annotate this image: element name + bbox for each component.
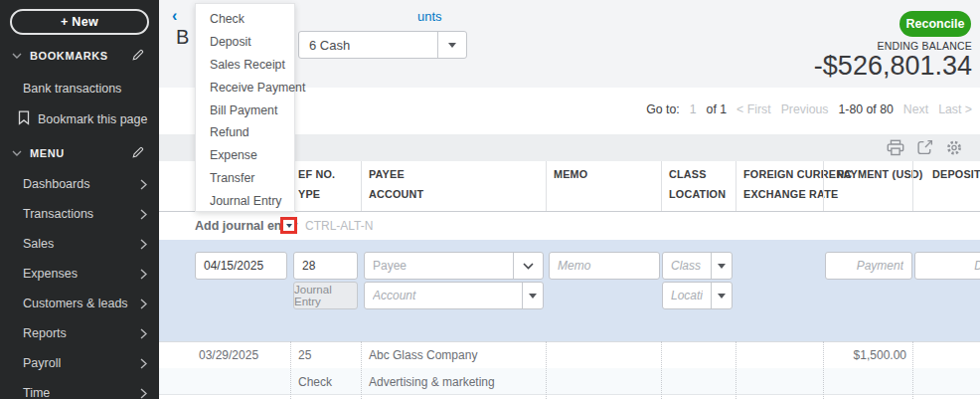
sidebar-item-dashboards[interactable]: Dashboards xyxy=(0,169,159,199)
payee-field xyxy=(364,252,544,280)
table-row xyxy=(159,394,980,399)
sidebar-item-bookmark-this-page[interactable]: Bookmark this page xyxy=(38,112,147,126)
payee-input[interactable] xyxy=(365,253,513,279)
account-dropdown-button[interactable] xyxy=(522,283,543,308)
export-icon[interactable] xyxy=(916,139,934,156)
next-page-link[interactable]: Next xyxy=(903,102,928,116)
column-divider xyxy=(912,161,913,211)
column-divider xyxy=(661,161,662,211)
account-select[interactable]: 6 Cash xyxy=(298,31,467,59)
sidebar-item-label: Reports xyxy=(23,326,67,340)
date-field xyxy=(195,252,287,280)
menu-item-expense[interactable]: Expense xyxy=(196,144,294,167)
payment-field xyxy=(825,252,912,280)
sidebar-item-sales[interactable]: Sales xyxy=(0,229,159,259)
ending-balance-value: -$526,801.34 xyxy=(814,51,972,82)
page-of-label: of 1 xyxy=(707,102,728,116)
col-header-payee[interactable]: PAYEE xyxy=(369,168,405,180)
col-header-location[interactable]: LOCATION xyxy=(669,188,726,200)
reconcile-button[interactable]: Reconcile xyxy=(899,11,971,37)
first-page-link[interactable]: < First xyxy=(736,102,771,116)
class-field xyxy=(662,252,733,280)
triangle-down-icon xyxy=(718,294,726,299)
chevron-right-icon xyxy=(140,388,147,399)
col-header-deposit[interactable]: DEPOSIT xyxy=(932,168,980,180)
chevron-right-icon xyxy=(140,269,147,280)
payee-dropdown-button[interactable] xyxy=(513,253,543,279)
sidebar-item-payroll[interactable]: Payroll xyxy=(0,348,159,378)
sidebar-item-label: Dashboards xyxy=(23,177,89,191)
deposit-input[interactable] xyxy=(915,253,980,279)
column-divider xyxy=(912,341,913,399)
page-title: B xyxy=(176,26,189,49)
menu-section-header[interactable]: MENU xyxy=(0,143,159,163)
col-header-payment[interactable]: PAYMENT (USD) xyxy=(837,168,923,180)
sidebar-item-label: Time xyxy=(23,386,50,399)
menu-item-sales-receipt[interactable]: Sales Receipt xyxy=(196,54,294,77)
triangle-down-icon xyxy=(529,294,537,299)
chevron-right-icon xyxy=(140,328,147,339)
add-entry-row: Add journal entry CTRL-ALT-N xyxy=(159,212,980,240)
chevron-right-icon xyxy=(140,299,147,309)
menu-item-journal-entry[interactable]: Journal Entry xyxy=(196,189,294,212)
sidebar-item-reports[interactable]: Reports xyxy=(0,318,159,348)
back-chevron-icon[interactable]: ‹ xyxy=(172,7,177,25)
edit-pencil-icon[interactable] xyxy=(131,48,145,62)
date-input[interactable] xyxy=(196,253,286,279)
edit-pencil-icon[interactable] xyxy=(131,145,145,159)
new-entry-band: Journal Entry xyxy=(159,240,980,341)
account-select-value: 6 Cash xyxy=(299,38,437,53)
chevron-right-icon xyxy=(140,239,147,250)
col-header-exchange-rate[interactable]: EXCHANGE RATE xyxy=(743,188,838,200)
add-entry-type-dropdown-button[interactable] xyxy=(280,217,297,234)
column-divider xyxy=(290,341,291,399)
refno-input[interactable] xyxy=(294,253,357,279)
triangle-down-icon xyxy=(448,43,456,48)
row-account: Advertising & marketing xyxy=(369,375,495,389)
col-header-type[interactable]: YPE xyxy=(298,188,320,200)
last-page-link[interactable]: Last > xyxy=(938,102,972,116)
menu-item-receive-payment[interactable]: Receive Payment xyxy=(196,76,294,99)
location-input[interactable] xyxy=(663,283,711,308)
page-number[interactable]: 1 xyxy=(690,102,697,116)
sidebar-item-time[interactable]: Time xyxy=(0,378,159,399)
gear-icon[interactable] xyxy=(945,139,963,156)
menu-item-refund[interactable]: Refund xyxy=(196,121,294,144)
bookmark-icon xyxy=(18,110,30,125)
location-dropdown-button[interactable] xyxy=(711,283,732,308)
col-header-account[interactable]: ACCOUNT xyxy=(369,188,423,200)
memo-field xyxy=(549,252,660,280)
previous-page-link[interactable]: Previous xyxy=(781,102,829,116)
sidebar-item-label: Customers & leads xyxy=(23,297,128,310)
table-row[interactable] xyxy=(159,368,980,394)
menu-item-transfer[interactable]: Transfer xyxy=(196,167,294,190)
transaction-rows: 03/29/2025 25 Abc Glass Company $1,500.0… xyxy=(159,341,980,399)
col-header-memo[interactable]: MEMO xyxy=(554,168,587,180)
payment-input[interactable] xyxy=(826,253,911,279)
menu-item-deposit[interactable]: Deposit xyxy=(196,31,294,54)
memo-input[interactable] xyxy=(550,253,659,279)
select-arrow[interactable] xyxy=(437,32,466,58)
menu-item-bill-payment[interactable]: Bill Payment xyxy=(196,99,294,121)
print-icon[interactable] xyxy=(887,139,904,156)
column-divider xyxy=(735,161,736,211)
sidebar-item-expenses[interactable]: Expenses xyxy=(0,259,159,289)
refno-field xyxy=(293,252,358,280)
new-button[interactable]: + New xyxy=(10,9,149,35)
sidebar-item-bank-transactions[interactable]: Bank transactions xyxy=(23,82,121,96)
class-input[interactable] xyxy=(663,253,711,279)
bookmarks-section-header[interactable]: BOOKMARKS xyxy=(0,46,159,66)
row-payee: Abc Glass Company xyxy=(369,348,477,362)
class-dropdown-button[interactable] xyxy=(711,253,732,279)
sidebar-item-customers-leads[interactable]: Customers & leads xyxy=(0,289,159,318)
col-header-class[interactable]: CLASS xyxy=(669,168,707,180)
column-divider xyxy=(735,341,736,399)
col-header-foreign-currency[interactable]: FOREIGN CURRENC xyxy=(743,168,852,180)
sidebar-item-transactions[interactable]: Transactions xyxy=(0,199,159,229)
breadcrumb[interactable]: unts xyxy=(417,9,442,24)
chevron-down-icon xyxy=(12,53,22,59)
column-divider xyxy=(661,341,662,399)
account-input[interactable] xyxy=(365,283,522,308)
menu-item-check[interactable]: Check xyxy=(196,8,294,31)
col-header-refno[interactable]: EF NO. xyxy=(298,168,335,180)
